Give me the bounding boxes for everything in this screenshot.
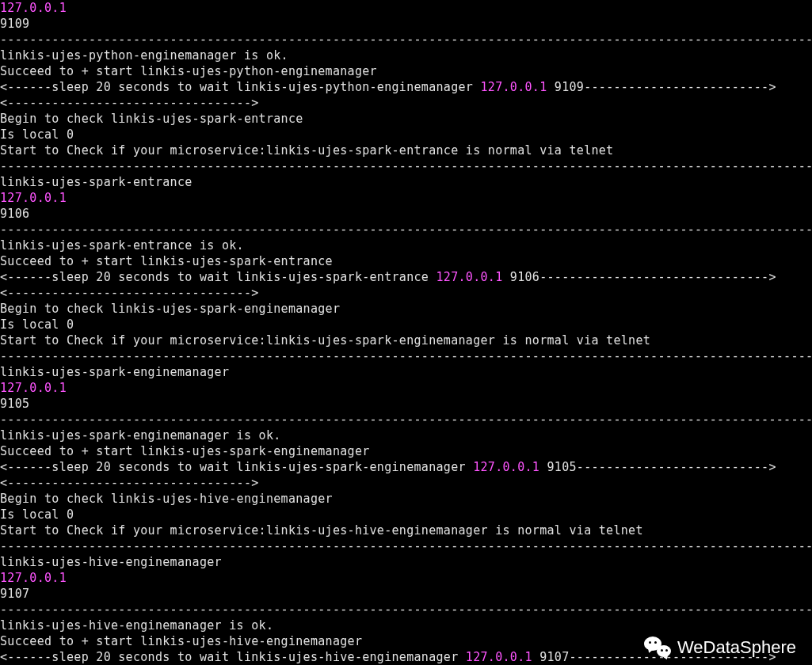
terminal-line: linkis-ujes-hive-enginemanager bbox=[0, 554, 812, 570]
terminal-line: Start to Check if your microservice:link… bbox=[0, 332, 812, 348]
terminal-line: Start to Check if your microservice:link… bbox=[0, 522, 812, 538]
terminal-line: 9107 bbox=[0, 586, 812, 602]
terminal-text-segment: 127.0.0.1 bbox=[0, 571, 67, 585]
terminal-line: ----------------------------------------… bbox=[0, 538, 812, 554]
terminal-line: Begin to check linkis-ujes-spark-entranc… bbox=[0, 111, 812, 127]
terminal-line: <------sleep 20 seconds to wait linkis-u… bbox=[0, 269, 812, 285]
terminal-line: linkis-ujes-spark-enginemanager is ok. bbox=[0, 428, 812, 443]
terminal-text-segment: 127.0.0.1 bbox=[481, 80, 547, 94]
terminal-text-segment: Is local 0 bbox=[0, 317, 74, 332]
terminal-line: Is local 0 bbox=[0, 127, 812, 142]
terminal-text-segment: linkis-ujes-spark-entrance bbox=[0, 175, 193, 189]
terminal-line: 9106 bbox=[0, 206, 812, 222]
terminal-line: Succeed to + start linkis-ujes-python-en… bbox=[0, 63, 812, 79]
terminal-text-segment: 9109-------------------------> bbox=[547, 80, 776, 94]
terminal-text-segment: 127.0.0.1 bbox=[0, 1, 67, 15]
terminal-text-segment: 9109 bbox=[0, 17, 29, 31]
terminal-text-segment: ----------------------------------------… bbox=[0, 349, 812, 363]
terminal-text-segment: 9105 bbox=[0, 397, 29, 411]
terminal-text-segment: ----------------------------------------… bbox=[0, 412, 812, 427]
terminal-text-segment: linkis-ujes-spark-entrance is ok. bbox=[0, 238, 244, 253]
terminal-line: linkis-ujes-spark-enginemanager bbox=[0, 364, 812, 380]
terminal-text-segment: Succeed to + start linkis-ujes-python-en… bbox=[0, 64, 377, 78]
terminal-line: <---------------------------------> bbox=[0, 95, 812, 111]
terminal-line: ----------------------------------------… bbox=[0, 348, 812, 364]
terminal-line: Begin to check linkis-ujes-hive-enginema… bbox=[0, 491, 812, 507]
terminal-line: ----------------------------------------… bbox=[0, 158, 812, 174]
terminal-text-segment: Start to Check if your microservice:link… bbox=[0, 143, 613, 158]
terminal-line: Start to Check if your microservice:link… bbox=[0, 142, 812, 158]
terminal-line: linkis-ujes-spark-entrance bbox=[0, 174, 812, 190]
terminal-text-segment: <---------------------------------> bbox=[0, 476, 259, 490]
terminal-text-segment: 127.0.0.1 bbox=[466, 650, 532, 664]
terminal-text-segment: 9105--------------------------> bbox=[539, 460, 776, 474]
terminal-text-segment: 127.0.0.1 bbox=[473, 460, 539, 474]
terminal-text-segment: <------sleep 20 seconds to wait linkis-u… bbox=[0, 650, 466, 664]
terminal-line: ----------------------------------------… bbox=[0, 412, 812, 428]
terminal-line: Succeed to + start linkis-ujes-spark-eng… bbox=[0, 443, 812, 459]
terminal-text-segment: ----------------------------------------… bbox=[0, 159, 812, 173]
terminal-text-segment: Begin to check linkis-ujes-spark-enginem… bbox=[0, 302, 340, 316]
terminal-text-segment: ----------------------------------------… bbox=[0, 222, 812, 237]
terminal-line: 127.0.0.1 bbox=[0, 0, 812, 16]
terminal-text-segment: Succeed to + start linkis-ujes-hive-engi… bbox=[0, 634, 362, 648]
terminal-text-segment: ----------------------------------------… bbox=[0, 602, 812, 617]
terminal-text-segment: linkis-ujes-python-enginemanager is ok. bbox=[0, 48, 288, 63]
terminal-line: ----------------------------------------… bbox=[0, 32, 812, 48]
terminal-line: <---------------------------------> bbox=[0, 475, 812, 491]
terminal-output[interactable]: 127.0.0.19109---------------------------… bbox=[0, 0, 812, 665]
terminal-text-segment: 9106-------------------------------> bbox=[503, 270, 776, 284]
terminal-text-segment: Begin to check linkis-ujes-spark-entranc… bbox=[0, 112, 303, 126]
terminal-line: Is local 0 bbox=[0, 507, 812, 522]
terminal-line: Succeed to + start linkis-ujes-hive-engi… bbox=[0, 633, 812, 649]
terminal-line: ----------------------------------------… bbox=[0, 222, 812, 238]
terminal-line: ----------------------------------------… bbox=[0, 602, 812, 618]
terminal-text-segment: ----------------------------------------… bbox=[0, 539, 812, 553]
terminal-line: 127.0.0.1 bbox=[0, 570, 812, 586]
terminal-text-segment: <---------------------------------> bbox=[0, 96, 259, 110]
terminal-line: Begin to check linkis-ujes-spark-enginem… bbox=[0, 301, 812, 317]
terminal-text-segment: Succeed to + start linkis-ujes-spark-eng… bbox=[0, 444, 370, 458]
terminal-text-segment: <---------------------------------> bbox=[0, 286, 259, 300]
terminal-line: 127.0.0.1 bbox=[0, 380, 812, 396]
terminal-line: 9109 bbox=[0, 16, 812, 32]
terminal-text-segment: <------sleep 20 seconds to wait linkis-u… bbox=[0, 460, 473, 474]
terminal-text-segment: <------sleep 20 seconds to wait linkis-u… bbox=[0, 270, 436, 284]
terminal-line: Succeed to + start linkis-ujes-spark-ent… bbox=[0, 253, 812, 269]
terminal-text-segment: Start to Check if your microservice:link… bbox=[0, 333, 650, 348]
terminal-line: <------sleep 20 seconds to wait linkis-u… bbox=[0, 459, 812, 475]
terminal-text-segment: 9107 bbox=[0, 587, 29, 601]
terminal-text-segment: Succeed to + start linkis-ujes-spark-ent… bbox=[0, 254, 333, 268]
terminal-line: <------sleep 20 seconds to wait linkis-u… bbox=[0, 649, 812, 665]
terminal-text-segment: linkis-ujes-hive-enginemanager is ok. bbox=[0, 618, 273, 633]
terminal-line: <------sleep 20 seconds to wait linkis-u… bbox=[0, 79, 812, 95]
terminal-text-segment: linkis-ujes-spark-enginemanager is ok. bbox=[0, 428, 281, 443]
terminal-line: linkis-ujes-hive-enginemanager is ok. bbox=[0, 618, 812, 633]
terminal-text-segment: 127.0.0.1 bbox=[0, 381, 67, 395]
terminal-line: <---------------------------------> bbox=[0, 285, 812, 301]
terminal-text-segment: 9107---------------------------> bbox=[532, 650, 776, 664]
terminal-text-segment: 9106 bbox=[0, 207, 29, 221]
terminal-text-segment: 127.0.0.1 bbox=[436, 270, 503, 284]
terminal-text-segment: ----------------------------------------… bbox=[0, 32, 812, 47]
terminal-line: linkis-ujes-python-enginemanager is ok. bbox=[0, 48, 812, 63]
terminal-text-segment: <------sleep 20 seconds to wait linkis-u… bbox=[0, 80, 481, 94]
terminal-line: linkis-ujes-spark-entrance is ok. bbox=[0, 238, 812, 253]
terminal-text-segment: Begin to check linkis-ujes-hive-enginema… bbox=[0, 492, 333, 506]
terminal-text-segment: Start to Check if your microservice:link… bbox=[0, 523, 643, 538]
terminal-text-segment: Is local 0 bbox=[0, 127, 74, 142]
terminal-text-segment: linkis-ujes-hive-enginemanager bbox=[0, 555, 222, 569]
terminal-text-segment: linkis-ujes-spark-enginemanager bbox=[0, 365, 229, 379]
terminal-text-segment: 127.0.0.1 bbox=[0, 191, 67, 205]
terminal-line: 127.0.0.1 bbox=[0, 190, 812, 206]
terminal-line: 9105 bbox=[0, 396, 812, 412]
terminal-line: Is local 0 bbox=[0, 317, 812, 332]
terminal-text-segment: Is local 0 bbox=[0, 507, 74, 522]
